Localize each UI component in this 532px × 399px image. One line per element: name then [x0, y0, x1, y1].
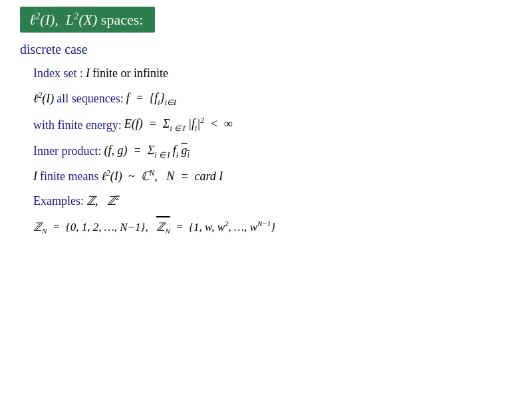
examples-label: Examples: [33, 192, 84, 211]
sequences-formula: f = {fi}i∈I [126, 88, 176, 109]
inner-product-row: Inner product: (f, g) = Σi ∈ I fi gi [33, 141, 512, 162]
inner-product-label: Inner product: [33, 142, 101, 161]
ell2-math: ℓ2(I) [33, 89, 54, 108]
header-banner: ℓ2(I), L2(X) spaces: [20, 7, 155, 33]
sequences-row: ℓ2(I) all sequences: f = {fi}i∈I [33, 88, 512, 109]
inner-product-formula: (f, g) = Σi ∈ I fi gi [104, 141, 189, 162]
index-set-row: Index set : I finite or infinite [33, 64, 512, 83]
zn-formula: ℤN = {0, 1, 2, …, N−1}, ℤN = {1, w, w2, … [33, 216, 275, 237]
index-set-label: Index set : [33, 64, 83, 83]
examples-row: Examples: ℤ, ℤ2 [33, 192, 512, 211]
index-set-text: finite or infinite [92, 64, 168, 83]
zn-formula-row: ℤN = {0, 1, 2, …, N−1}, ℤN = {1, w, w2, … [33, 216, 512, 237]
finite-means-row: I finite means ℓ2(I) ~ ℂN, N = card I [33, 167, 512, 186]
slide-container: ℓ2(I), L2(X) spaces: discrete case Index… [0, 0, 532, 399]
examples-formula: ℤ, ℤ2 [86, 192, 120, 211]
finite-energy-formula: E(f) = Σi ∈ I |fi|2 < ∞ [124, 114, 233, 135]
finite-energy-row: with finite energy: E(f) = Σi ∈ I |fi|2 … [33, 114, 512, 135]
discrete-case-label: discrete case [20, 42, 512, 57]
index-set-math: I [86, 64, 90, 83]
header-title: spaces: [101, 11, 144, 28]
finite-means-formula: ℓ2(I) ~ ℂN, N = card I [101, 167, 223, 186]
header-math: ℓ2(I), L2(X) [29, 11, 101, 28]
finite-means-label: finite means [40, 167, 98, 186]
all-sequences-label: all sequences: [57, 89, 123, 108]
finite-means-prefix: I [33, 167, 37, 186]
finite-energy-label: with finite energy: [33, 116, 122, 135]
